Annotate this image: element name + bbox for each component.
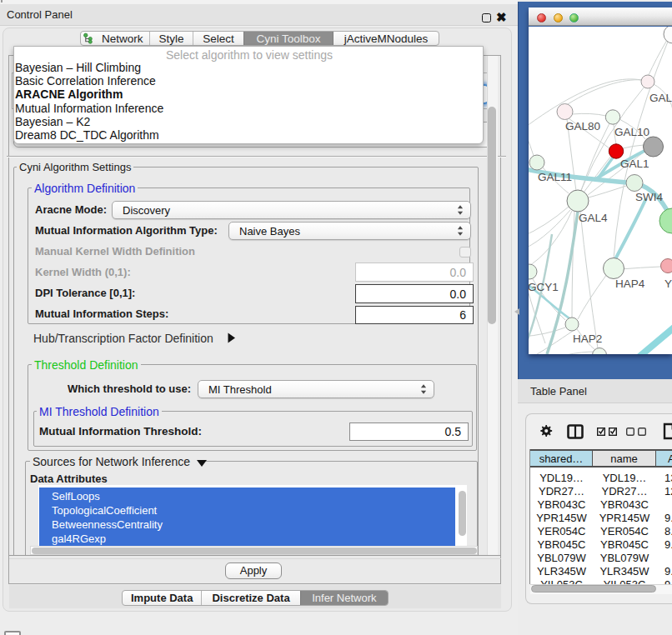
svg-text:GAL1: GAL1 <box>620 158 649 170</box>
svg-text:HAP4: HAP4 <box>615 278 645 290</box>
svg-text:SWI4: SWI4 <box>635 191 663 203</box>
svg-text:GAL4: GAL4 <box>579 212 608 224</box>
svg-text:HAP2: HAP2 <box>573 332 602 345</box>
svg-text:GCY1: GCY1 <box>529 281 559 293</box>
svg-text:Y: Y <box>664 278 672 290</box>
svg-text:GAL80: GAL80 <box>565 120 600 132</box>
svg-text:GAL10: GAL10 <box>614 126 649 138</box>
svg-text:GAL11: GAL11 <box>538 171 572 183</box>
svg-text:GAL8: GAL8 <box>649 92 672 104</box>
